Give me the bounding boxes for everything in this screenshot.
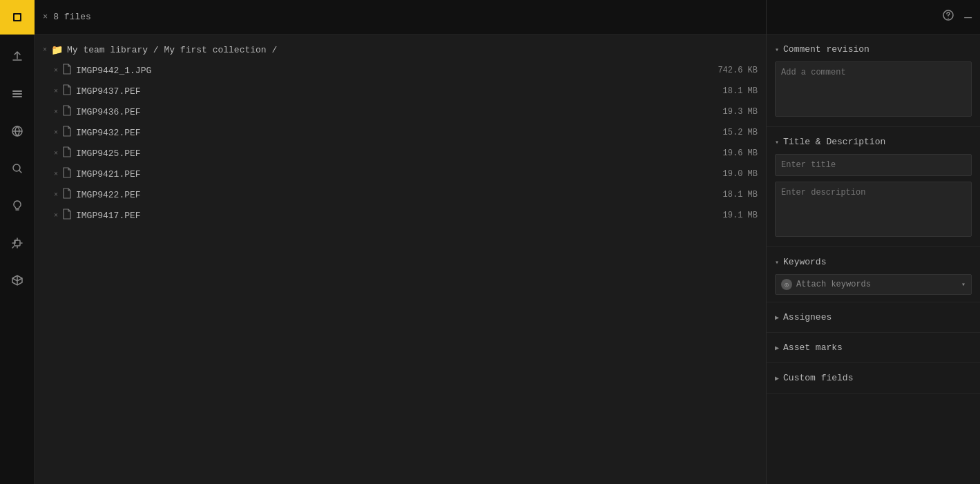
lightbulb-icon[interactable]	[5, 193, 30, 218]
file-row-left: × IMGP9422.PEF	[54, 188, 141, 202]
file-size: 742.6 KB	[718, 66, 758, 75]
library-icon[interactable]	[5, 81, 30, 106]
comment-revision-section: ▾ Comment revision	[767, 35, 980, 127]
file-name: IMGP9422.PEF	[76, 190, 141, 200]
file-row-left: × IMGP9432.PEF	[54, 126, 141, 139]
file-icon	[62, 146, 72, 160]
file-row-left: × IMGP9425.PEF	[54, 146, 141, 160]
file-name: IMGP9421.PEF	[76, 169, 141, 180]
file-remove-icon[interactable]: ×	[54, 67, 58, 75]
folder-path: My team library / My first collection /	[67, 45, 277, 55]
asset-marks-label: Asset marks	[783, 342, 843, 353]
svg-rect-4	[12, 93, 22, 95]
svg-point-10	[948, 18, 949, 19]
file-row[interactable]: × IMGP9437.PEF 18.1 MB	[35, 81, 766, 101]
title-description-header[interactable]: ▾ Title & Description	[775, 137, 972, 147]
topbar-left: × 8 files	[43, 12, 91, 22]
file-rows-container: × IMGP9442_1.JPG 742.6 KB ×	[35, 60, 766, 226]
file-name: IMGP9425.PEF	[76, 148, 141, 159]
upload-icon[interactable]	[5, 44, 30, 69]
folder-icon: 📁	[51, 44, 63, 56]
file-row-left: × IMGP9421.PEF	[54, 167, 141, 181]
file-size: 19.1 MB	[723, 211, 758, 220]
file-size: 15.2 MB	[723, 128, 758, 137]
keywords-header[interactable]: ▾ Keywords	[775, 257, 972, 267]
keywords-dropdown-left: ◎ Attach keywords	[781, 279, 871, 290]
asset-marks-arrow-icon: ▶	[775, 344, 779, 352]
file-name: IMGP9437.PEF	[76, 86, 141, 97]
attach-keywords-label: Attach keywords	[796, 280, 871, 289]
file-remove-icon[interactable]: ×	[54, 88, 58, 95]
main-area: × 8 files × 📁 My team library / My first…	[35, 0, 766, 484]
custom-fields-arrow-icon: ▶	[775, 374, 779, 383]
assignees-arrow-icon: ▶	[775, 313, 779, 322]
file-icon	[62, 167, 72, 181]
file-name: IMGP9436.PEF	[76, 107, 141, 117]
minimize-icon[interactable]: —	[964, 10, 972, 24]
keywords-dropdown[interactable]: ◎ Attach keywords ▾	[775, 274, 972, 295]
right-panel: — ▾ Comment revision ▾ Title & Descripti…	[766, 0, 980, 484]
file-icon	[62, 84, 72, 98]
file-row[interactable]: × IMGP9436.PEF 19.3 MB	[35, 101, 766, 122]
file-row-left: × IMGP9436.PEF	[54, 105, 141, 119]
keywords-dropdown-arrow: ▾	[961, 280, 965, 289]
file-row[interactable]: × IMGP9417.PEF 19.1 MB	[35, 205, 766, 226]
folder-row: × 📁 My team library / My first collectio…	[35, 40, 766, 60]
comment-revision-header[interactable]: ▾ Comment revision	[775, 44, 972, 55]
plugin-icon[interactable]	[5, 231, 30, 255]
file-row[interactable]: × IMGP9432.PEF 15.2 MB	[35, 122, 766, 143]
file-row-left: × IMGP9437.PEF	[54, 84, 141, 98]
folder-close-icon[interactable]: ×	[43, 46, 47, 54]
file-icon	[62, 105, 72, 119]
file-icon	[62, 209, 72, 222]
title-arrow-icon: ▾	[775, 138, 779, 146]
box-icon[interactable]	[5, 268, 30, 293]
file-row[interactable]: × IMGP9422.PEF 18.1 MB	[35, 184, 766, 205]
comment-textarea[interactable]	[775, 61, 972, 117]
svg-rect-3	[12, 90, 22, 92]
comment-revision-label: Comment revision	[783, 44, 869, 55]
right-panel-topbar: —	[767, 0, 980, 35]
file-row-left: × IMGP9417.PEF	[54, 209, 141, 222]
assignees-label: Assignees	[783, 312, 832, 322]
file-icon	[62, 64, 72, 77]
keywords-label: Keywords	[783, 257, 826, 267]
svg-rect-2	[15, 14, 20, 20]
title-description-section: ▾ Title & Description	[767, 127, 980, 247]
title-input[interactable]	[775, 154, 972, 176]
asset-marks-section[interactable]: ▶ Asset marks	[767, 333, 980, 363]
file-icon	[62, 188, 72, 202]
description-textarea[interactable]	[775, 182, 972, 237]
file-row[interactable]: × IMGP9442_1.JPG 742.6 KB	[35, 60, 766, 81]
file-size: 19.3 MB	[723, 107, 758, 117]
file-row[interactable]: × IMGP9425.PEF 19.6 MB	[35, 143, 766, 164]
app-logo[interactable]	[0, 0, 35, 35]
file-name: IMGP9442_1.JPG	[76, 66, 151, 76]
file-remove-icon[interactable]: ×	[54, 150, 58, 157]
help-icon[interactable]	[942, 9, 954, 25]
file-size: 18.1 MB	[723, 190, 758, 200]
globe-icon[interactable]	[5, 119, 30, 144]
keyword-icon: ◎	[781, 279, 792, 290]
file-size: 19.0 MB	[723, 169, 758, 179]
title-description-label: Title & Description	[783, 137, 885, 147]
file-row-left: × IMGP9442_1.JPG	[54, 64, 151, 77]
file-remove-icon[interactable]: ×	[54, 191, 58, 199]
close-files-button[interactable]: ×	[43, 12, 48, 22]
search-icon[interactable]	[5, 156, 30, 181]
file-remove-icon[interactable]: ×	[54, 108, 58, 116]
sidebar	[0, 0, 35, 484]
assignees-section[interactable]: ▶ Assignees	[767, 302, 980, 333]
keywords-arrow-icon: ▾	[775, 258, 779, 267]
topbar: × 8 files	[35, 0, 766, 35]
custom-fields-label: Custom fields	[783, 373, 853, 383]
keywords-section: ▾ Keywords ◎ Attach keywords ▾	[767, 247, 980, 302]
file-size: 18.1 MB	[723, 86, 758, 96]
file-remove-icon[interactable]: ×	[54, 171, 58, 178]
custom-fields-section[interactable]: ▶ Custom fields	[767, 363, 980, 394]
file-remove-icon[interactable]: ×	[54, 212, 58, 220]
sidebar-icons	[0, 35, 34, 293]
file-size: 19.6 MB	[723, 148, 758, 158]
file-row[interactable]: × IMGP9421.PEF 19.0 MB	[35, 164, 766, 184]
file-remove-icon[interactable]: ×	[54, 129, 58, 137]
